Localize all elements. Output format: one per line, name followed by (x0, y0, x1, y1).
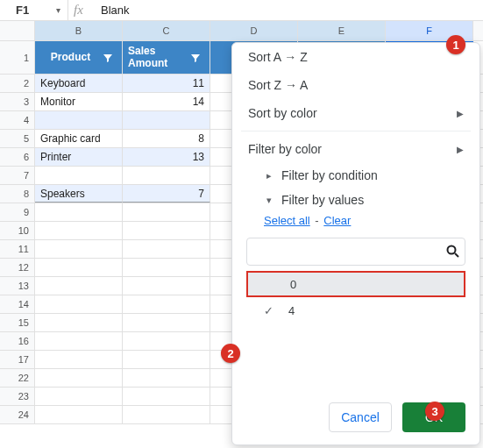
column-header-d[interactable]: D (210, 21, 298, 40)
cell-sales[interactable] (123, 111, 210, 129)
filter-by-condition-label: Filter by condition (281, 168, 378, 182)
check-icon: ✓ (260, 304, 276, 317)
cell-sales[interactable]: 13 (123, 148, 210, 166)
cell[interactable] (35, 277, 123, 295)
row-header[interactable]: 8 (0, 185, 35, 203)
cell[interactable] (35, 369, 123, 387)
sort-z-a[interactable]: Sort Z → A (232, 71, 479, 99)
row-header[interactable]: 17 (0, 351, 35, 368)
cell[interactable] (35, 314, 123, 331)
cell[interactable] (35, 295, 123, 313)
cell[interactable] (123, 314, 210, 331)
select-all-corner[interactable] (0, 21, 35, 40)
chevron-right-icon: ▶ (457, 145, 464, 154)
cell[interactable] (35, 240, 123, 258)
column-header-b[interactable]: B (35, 21, 123, 40)
filter-by-values-label: Filter by values (281, 193, 364, 207)
filter-by-color[interactable]: Filter by color▶ (232, 135, 479, 163)
dash: - (310, 214, 324, 227)
filter-value-4[interactable]: ✓ 4 (246, 297, 465, 324)
filter-search[interactable] (246, 238, 465, 266)
row-header[interactable]: 10 (0, 222, 35, 239)
cell[interactable] (123, 332, 210, 350)
cell[interactable] (123, 240, 210, 258)
sort-by-color[interactable]: Sort by color▶ (232, 99, 479, 127)
row-header[interactable]: 16 (0, 332, 35, 350)
cell[interactable] (123, 388, 210, 405)
cell[interactable] (123, 406, 210, 423)
row-header[interactable]: 3 (0, 93, 35, 110)
header-product-label: Product (40, 52, 101, 63)
cell[interactable] (123, 259, 210, 276)
row-header[interactable]: 15 (0, 314, 35, 331)
row-header[interactable]: 4 (0, 111, 35, 129)
sort-by-color-label: Sort by color (248, 106, 317, 120)
sort-a-z[interactable]: Sort A → Z (232, 43, 479, 71)
callout-1: 1 (446, 35, 465, 54)
cell[interactable] (123, 203, 210, 221)
cell[interactable] (123, 277, 210, 295)
column-headers-row: B C D E F (0, 21, 483, 41)
cell[interactable] (35, 203, 123, 221)
row-header[interactable]: 6 (0, 148, 35, 166)
formula-input[interactable]: Blank (89, 4, 130, 17)
cancel-button[interactable]: Cancel (329, 402, 392, 432)
svg-point-0 (448, 245, 456, 253)
clear-link[interactable]: Clear (323, 214, 351, 227)
cell[interactable] (35, 222, 123, 239)
row-header-1[interactable]: 1 (0, 41, 35, 74)
cell[interactable] (123, 222, 210, 239)
callout-2: 2 (221, 344, 240, 363)
row-header[interactable]: 23 (0, 388, 35, 405)
formula-bar: F1 ▾ fx Blank (0, 0, 483, 21)
column-header-c[interactable]: C (123, 21, 210, 40)
cell-product[interactable] (35, 167, 123, 184)
row-header[interactable]: 24 (0, 406, 35, 423)
filter-icon[interactable] (188, 51, 202, 65)
cell[interactable] (123, 369, 210, 387)
filter-by-condition[interactable]: ▸Filter by condition (232, 163, 479, 188)
divider (241, 131, 471, 132)
cell[interactable] (123, 295, 210, 313)
row-header[interactable]: 2 (0, 75, 35, 92)
name-box-dropdown-icon[interactable]: ▾ (56, 5, 67, 15)
cell-sales[interactable]: 8 (123, 130, 210, 147)
cell[interactable] (123, 351, 210, 368)
cell-product[interactable] (35, 111, 123, 129)
chevron-down-icon: ▾ (264, 195, 274, 206)
cell-sales[interactable]: 14 (123, 93, 210, 110)
cell[interactable] (35, 259, 123, 276)
cell[interactable] (35, 351, 123, 368)
filter-value-4-label: 4 (276, 304, 295, 317)
row-header[interactable]: 9 (0, 203, 35, 221)
callout-3: 3 (425, 402, 444, 421)
cell-product[interactable]: Monitor (35, 93, 123, 110)
sort-a-z-label: Sort A → Z (248, 50, 308, 64)
column-header-e[interactable]: E (298, 21, 386, 40)
cell-sales[interactable]: 7 (123, 185, 210, 203)
cell-product[interactable]: Graphic card (35, 130, 123, 147)
cell-sales[interactable] (123, 167, 210, 184)
filter-search-input[interactable] (252, 242, 445, 262)
cell-sales[interactable]: 11 (123, 75, 210, 92)
row-header[interactable]: 13 (0, 277, 35, 295)
cell[interactable] (35, 406, 123, 423)
filter-icon[interactable] (101, 51, 115, 65)
cell[interactable] (35, 332, 123, 350)
filter-by-values[interactable]: ▾Filter by values (232, 188, 479, 212)
filter-value-0[interactable]: 0 (246, 271, 465, 297)
row-header[interactable]: 11 (0, 240, 35, 258)
cell-product[interactable]: Speakers (35, 185, 123, 203)
row-header[interactable]: 12 (0, 259, 35, 276)
cell[interactable] (35, 388, 123, 405)
row-header[interactable]: 5 (0, 130, 35, 147)
row-header[interactable]: 14 (0, 295, 35, 313)
row-header[interactable]: 22 (0, 369, 35, 387)
select-all-link[interactable]: Select all (264, 214, 310, 227)
row-header[interactable]: 7 (0, 167, 35, 184)
cell-product[interactable]: Keyboard (35, 75, 123, 92)
name-box[interactable]: F1 (0, 4, 56, 17)
cell-product[interactable]: Printer (35, 148, 123, 166)
header-product: Product (35, 41, 123, 74)
search-icon (445, 244, 459, 260)
